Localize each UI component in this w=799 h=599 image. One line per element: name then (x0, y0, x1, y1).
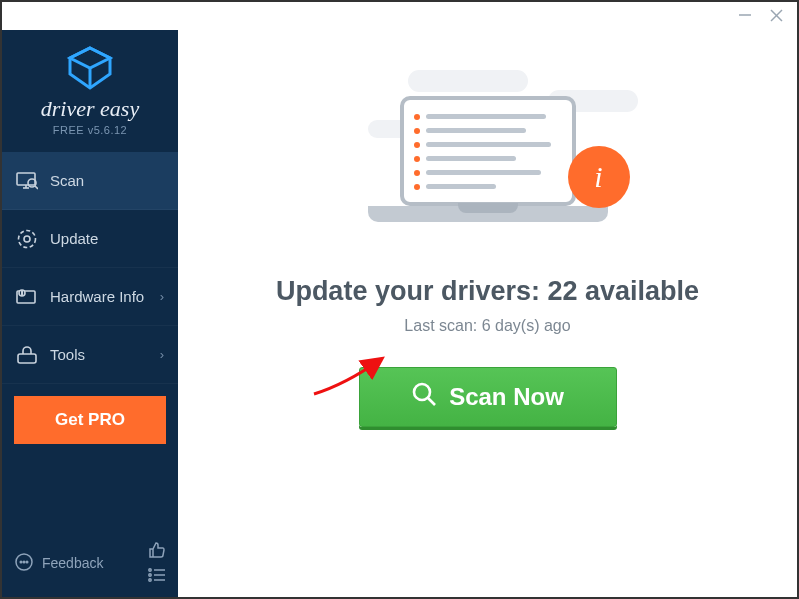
svg-point-17 (23, 561, 25, 563)
main-panel: i Update your drivers: 22 available Last… (178, 30, 797, 597)
svg-point-19 (149, 569, 151, 571)
last-scan-value: 6 day(s) ago (482, 317, 571, 334)
sidebar-item-label: Tools (50, 346, 85, 363)
search-icon (411, 381, 437, 413)
headline-prefix: Update your drivers: (276, 276, 548, 306)
svg-line-8 (35, 186, 38, 189)
get-pro-button[interactable]: Get PRO (14, 396, 166, 444)
headline: Update your drivers: 22 available (276, 276, 699, 307)
thumbs-up-icon[interactable] (148, 541, 166, 562)
chevron-right-icon: › (160, 347, 164, 362)
headline-suffix: available (578, 276, 700, 306)
svg-rect-14 (18, 354, 36, 363)
feedback-label: Feedback (42, 555, 103, 571)
sidebar: driver easy FREE v5.6.12 Scan (2, 30, 178, 597)
feedback-icon (14, 552, 34, 575)
brand-version: FREE v5.6.12 (2, 124, 178, 136)
sidebar-item-scan[interactable]: Scan (2, 152, 178, 210)
svg-point-9 (19, 230, 36, 247)
get-pro-label: Get PRO (55, 410, 125, 430)
sidebar-item-tools[interactable]: Tools › (2, 326, 178, 384)
last-scan-prefix: Last scan: (404, 317, 481, 334)
svg-point-23 (149, 579, 151, 581)
brand-block: driver easy FREE v5.6.12 (2, 30, 178, 148)
window-titlebar (2, 2, 797, 30)
hardware-info-icon: i (16, 288, 38, 306)
svg-point-10 (24, 236, 30, 242)
svg-point-18 (26, 561, 28, 563)
sidebar-nav: Scan Update i Hardware Info › (2, 148, 178, 384)
chevron-right-icon: › (160, 289, 164, 304)
tools-icon (16, 346, 38, 364)
sidebar-item-label: Hardware Info (50, 288, 144, 305)
sidebar-item-update[interactable]: Update (2, 210, 178, 268)
headline-count: 22 (547, 276, 577, 306)
info-badge-icon: i (568, 146, 630, 208)
minimize-button[interactable] (738, 8, 752, 24)
brand-name: driver easy (2, 96, 178, 122)
update-icon (16, 229, 38, 249)
laptop-illustration: i (368, 90, 608, 250)
svg-point-16 (20, 561, 22, 563)
svg-text:i: i (21, 290, 22, 296)
feedback-button[interactable]: Feedback (14, 552, 103, 575)
svg-line-26 (428, 398, 435, 405)
logo-icon (66, 46, 114, 90)
scan-icon (16, 172, 38, 190)
sidebar-item-hardware-info[interactable]: i Hardware Info › (2, 268, 178, 326)
sidebar-item-label: Scan (50, 172, 84, 189)
last-scan-text: Last scan: 6 day(s) ago (404, 317, 570, 335)
svg-point-25 (414, 384, 430, 400)
scan-now-label: Scan Now (449, 383, 564, 411)
svg-point-21 (149, 574, 151, 576)
scan-now-button[interactable]: Scan Now (359, 367, 617, 427)
close-button[interactable] (770, 9, 783, 24)
list-icon[interactable] (148, 568, 166, 585)
sidebar-item-label: Update (50, 230, 98, 247)
